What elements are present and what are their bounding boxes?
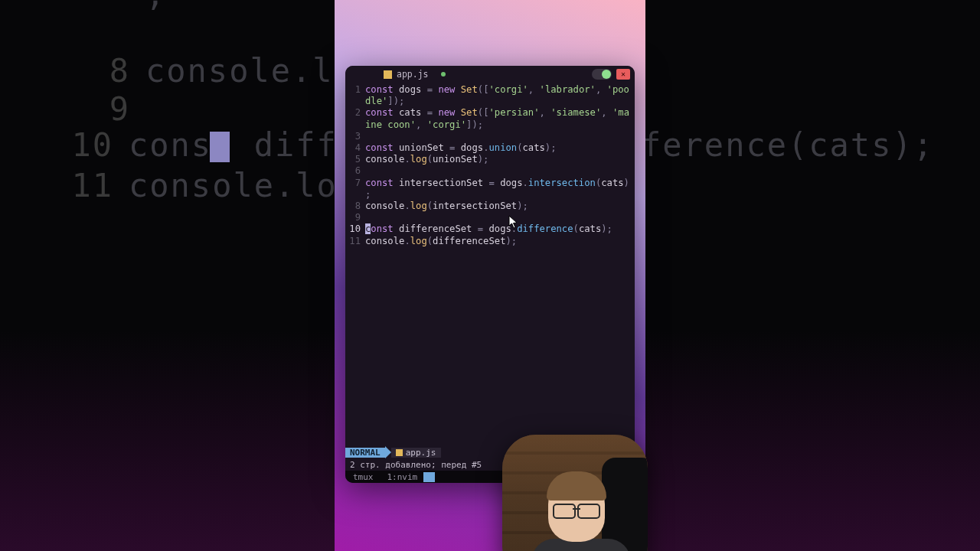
code-source[interactable]: const intersectionSet = dogs.intersectio… (365, 178, 630, 189)
code-line[interactable]: 7const intersectionSet = dogs.intersecti… (345, 178, 630, 189)
code-source[interactable]: console.log(unionSet); (365, 154, 630, 165)
line-number: 4 (345, 142, 365, 154)
vim-message: 2 стр. добавлено; перед #5 (350, 460, 482, 470)
code-source[interactable]: const dogs = new Set(['corgi', 'labrador… (365, 84, 630, 96)
line-number: 6 (345, 165, 365, 177)
tab-filename[interactable]: app.js (384, 69, 429, 80)
close-button[interactable]: ✕ (616, 69, 630, 80)
code-source[interactable] (365, 131, 630, 142)
tmux-window: 1:nvim (381, 472, 424, 482)
line-number: 2 (345, 107, 365, 119)
code-source[interactable]: const unionSet = dogs.union(cats); (365, 142, 630, 154)
code-line[interactable]: 5console.log(unionSet); (345, 154, 630, 165)
line-number: 7 (345, 178, 365, 189)
code-line[interactable]: 11console.log(differenceSet); (345, 236, 630, 247)
code-source[interactable] (365, 212, 630, 223)
line-number: 10 (345, 223, 365, 235)
code-source[interactable]: dle']); (365, 96, 630, 107)
code-line[interactable]: 1const dogs = new Set(['corgi', 'labrado… (345, 84, 630, 96)
code-source[interactable]: const differenceSet = dogs.difference(ca… (365, 223, 630, 235)
modified-dot-icon (441, 72, 446, 77)
line-number (345, 189, 365, 201)
code-line[interactable]: dle']); (345, 96, 630, 107)
tmux-session: tmux (345, 472, 381, 482)
code-source[interactable]: ine coon', 'corgi']); (365, 119, 630, 131)
code-source[interactable]: ; (365, 189, 630, 201)
code-line[interactable]: 10const differenceSet = dogs.difference(… (345, 223, 630, 235)
tmux-active-arrow-icon (423, 472, 435, 482)
line-number: 5 (345, 154, 365, 165)
line-number: 11 (345, 236, 365, 247)
code-line[interactable]: 4const unionSet = dogs.union(cats); (345, 142, 630, 154)
code-source[interactable]: console.log(intersectionSet); (365, 201, 630, 212)
code-line[interactable]: 3 (345, 131, 630, 142)
line-number: 3 (345, 131, 365, 142)
js-file-icon (384, 70, 392, 79)
webcam-overlay (502, 435, 648, 551)
line-number: 8 (345, 201, 365, 212)
line-number: 1 (345, 84, 365, 96)
status-filename: app.js (391, 448, 441, 458)
code-line[interactable]: 2const cats = new Set(['persian', 'siame… (345, 107, 630, 119)
line-number: 9 (345, 212, 365, 223)
filename-label: app.js (397, 69, 429, 80)
code-line[interactable]: ine coon', 'corgi']); (345, 119, 630, 131)
js-file-icon (396, 449, 403, 456)
toggle-pill[interactable] (592, 69, 612, 80)
vim-mode: NORMAL (345, 448, 385, 458)
code-source[interactable]: const cats = new Set(['persian', 'siames… (365, 107, 630, 119)
phone-frame: app.js ✕ 1const dogs = new Set(['corgi',… (335, 0, 645, 551)
line-number (345, 96, 365, 107)
code-source[interactable] (365, 165, 630, 177)
code-area[interactable]: 1const dogs = new Set(['corgi', 'labrado… (345, 83, 635, 446)
code-line[interactable]: 8console.log(intersectionSet); (345, 201, 630, 212)
code-line[interactable]: 9 (345, 212, 630, 223)
code-line[interactable]: ; (345, 189, 630, 201)
editor-window[interactable]: app.js ✕ 1const dogs = new Set(['corgi',… (345, 66, 635, 483)
line-number (345, 119, 365, 131)
code-line[interactable]: 6 (345, 165, 630, 177)
code-source[interactable]: console.log(differenceSet); (365, 236, 630, 247)
titlebar: app.js ✕ (345, 66, 635, 83)
